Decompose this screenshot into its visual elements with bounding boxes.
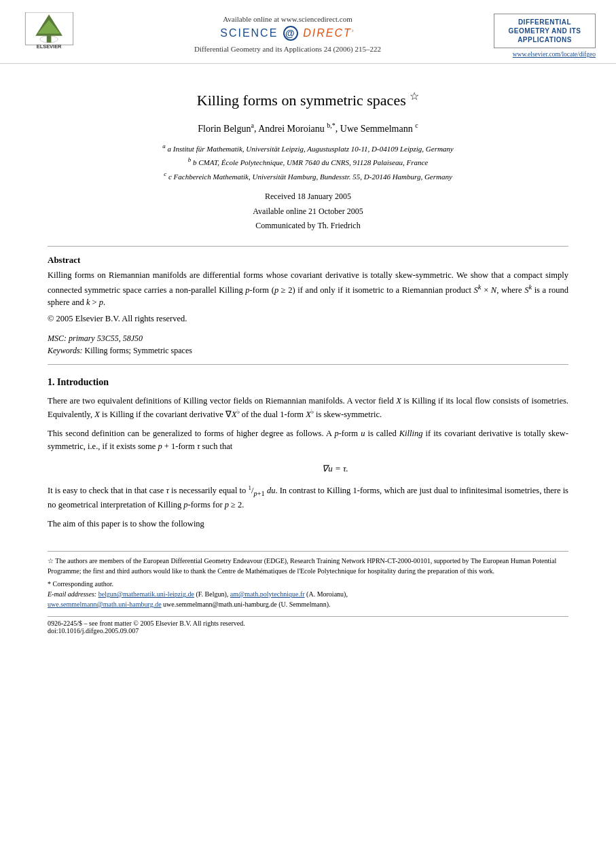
section1-para1: There are two equivalent definitions of …: [48, 395, 568, 422]
keywords-label: Keywords:: [48, 346, 83, 355]
abstract-section: Abstract Killing forms on Riemannian man…: [48, 255, 568, 325]
footnote-email2: uwe.semmelmann@math.uni-hamburg.de uwe.s…: [48, 599, 568, 609]
email-link-moroianu[interactable]: am@math.polytechnique.fr: [230, 590, 305, 598]
section-1-heading: 1. Introduction: [48, 377, 568, 388]
elsevier-url[interactable]: www.elsevier.com/locate/difgeo: [494, 51, 596, 58]
issn-line2: doi:10.1016/j.difgeo.2005.09.007: [48, 627, 568, 634]
received-date: Received 18 January 2005: [48, 190, 568, 204]
journal-name-header: Differential Geometry and its Applicatio…: [81, 45, 494, 53]
footnote-emails: E-mail addresses: belgun@mathematik.uni-…: [48, 589, 568, 599]
sciencedirect-logo: SCIENCE @ DIRECT›: [81, 26, 494, 41]
affiliations: a a Institut für Mathematik, Universität…: [48, 141, 568, 183]
abstract-title: Abstract: [48, 255, 568, 266]
section1-para3: It is easy to check that in that case τ …: [48, 484, 568, 512]
section1-para2: This second definition can be generalize…: [48, 427, 568, 454]
article-title: Killing forms on symmetric spaces ☆: [48, 90, 568, 109]
page: ELSEVIER Available online at www.science…: [0, 0, 616, 841]
footnote-corresponding: * Corresponding author.: [48, 579, 568, 589]
direct-text: DIRECT›: [303, 27, 355, 39]
elsevier-logo-svg: ELSEVIER: [20, 12, 78, 52]
footnote-star-text: ☆ The authors are members of the Europea…: [48, 557, 556, 575]
available-online-text: Available online at www.sciencedirect.co…: [81, 15, 494, 23]
header-right: DIFFERENTIALGEOMETRY AND ITSAPPLICATIONS…: [494, 12, 596, 58]
divider-top: [48, 246, 568, 247]
abstract-text: Killing forms on Riemannian manifolds ar…: [48, 269, 568, 309]
authors-line: Florin Belguna, Andrei Moroianu b,*, Uwe…: [48, 122, 568, 135]
journal-title: DIFFERENTIALGEOMETRY AND ITSAPPLICATIONS: [500, 18, 590, 44]
affiliation-c: c Fachbereich Mathematik, Universität Ha…: [168, 172, 452, 180]
svg-text:ELSEVIER: ELSEVIER: [37, 43, 62, 50]
available-online-date: Available online 21 October 2005: [48, 204, 568, 219]
copyright-text: © 2005 Elsevier B.V. All rights reserved…: [48, 312, 568, 325]
email-link-belgun[interactable]: belgun@mathematik.uni-leipzig.de: [98, 590, 194, 598]
title-text: Killing forms on symmetric spaces: [197, 92, 406, 109]
communicated-by: Communicated by Th. Friedrich: [48, 219, 568, 234]
footnote-area: ☆ The authors are members of the Europea…: [48, 551, 568, 609]
email-label: E-mail addresses:: [48, 590, 96, 598]
affiliation-a: a Institut für Mathematik, Universität L…: [168, 145, 454, 153]
section1-para4: The aim of this paper is to show the fol…: [48, 518, 568, 531]
math-display: ∇u = τ.: [102, 463, 568, 474]
keywords-text: Killing forms; Symmetric spaces: [85, 346, 192, 355]
email-semmelmann-suffix: uwe.semmelmann@math.uni-hamburg.de (U. S…: [163, 601, 330, 608]
at-symbol: @: [283, 26, 298, 41]
email-belgun-suffix: (F. Belgun),: [196, 590, 230, 598]
header-center: Available online at www.sciencedirect.co…: [81, 12, 494, 53]
main-content: Killing forms on symmetric spaces ☆ Flor…: [0, 64, 616, 648]
email-link-semmelmann[interactable]: uwe.semmelmann@math.uni-hamburg.de: [48, 601, 162, 608]
keywords-line: Keywords: Killing forms; Symmetric space…: [48, 346, 568, 356]
issn-section: 0926-2245/$ – see front matter © 2005 El…: [48, 616, 568, 634]
elsevier-logo: ELSEVIER: [20, 12, 81, 54]
divider-middle: [48, 364, 568, 365]
msc-line: MSC: primary 53C55, 58J50: [48, 334, 568, 344]
journal-title-box: DIFFERENTIALGEOMETRY AND ITSAPPLICATIONS: [494, 14, 596, 48]
msc-text: MSC: primary 53C55, 58J50: [48, 334, 143, 343]
science-text: SCIENCE: [220, 27, 278, 39]
dates-section: Received 18 January 2005 Available onlin…: [48, 190, 568, 234]
email-moroianu-suffix: (A. Moroianu),: [306, 590, 348, 598]
title-star: ☆: [410, 90, 419, 102]
footnote-star: ☆ The authors are members of the Europea…: [48, 556, 568, 576]
affiliation-b: b CMAT, École Polytechnique, UMR 7640 du…: [193, 158, 428, 166]
issn-line1: 0926-2245/$ – see front matter © 2005 El…: [48, 620, 568, 627]
header: ELSEVIER Available online at www.science…: [0, 0, 616, 64]
